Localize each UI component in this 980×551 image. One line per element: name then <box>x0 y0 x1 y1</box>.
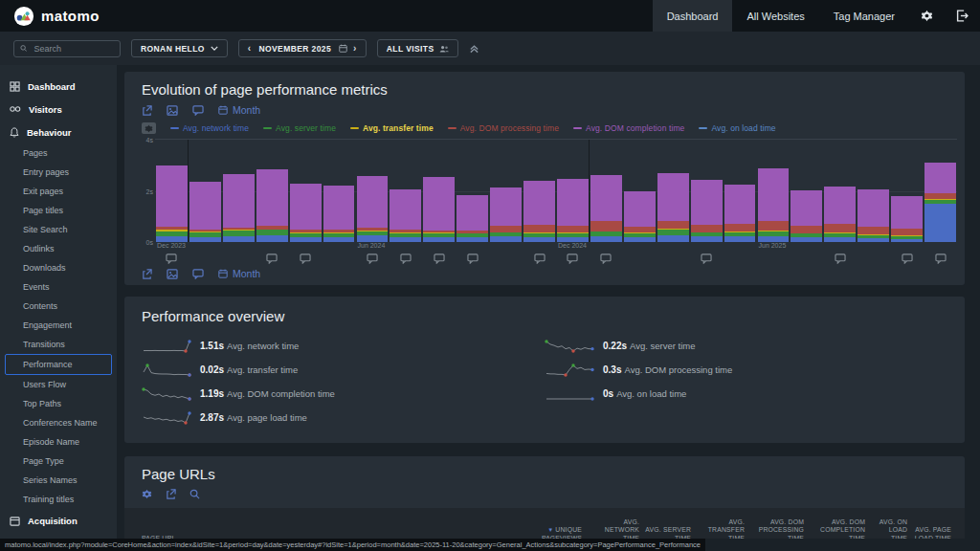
annotation-bubble-icon[interactable] <box>300 253 311 264</box>
sidebar-item-dashboard[interactable]: Dashboard <box>0 75 117 98</box>
chart-bar[interactable] <box>824 187 856 242</box>
legend-item-avg-network-time[interactable]: Avg. network time <box>170 123 249 133</box>
sidebar-item-outlinks[interactable]: Outlinks <box>0 239 117 258</box>
sidebar-item-users-flow[interactable]: Users Flow <box>0 375 117 394</box>
column-header-avg-on-load-time[interactable]: AVG. ON LOAD TIME <box>871 518 907 539</box>
column-header-avg-dom-processing-time[interactable]: AVG. DOM PROCESSING TIME <box>750 518 804 539</box>
annotation-bubble-icon[interactable] <box>567 253 578 264</box>
chart-bar[interactable] <box>223 174 255 242</box>
chart-bar[interactable] <box>657 173 689 242</box>
sidebar-item-acquisition[interactable]: Acquisition <box>0 509 117 532</box>
chart-bar[interactable] <box>256 169 288 242</box>
chart-bar[interactable] <box>858 189 889 242</box>
column-header-avg-transfer-time[interactable]: AVG. TRANSFER TIME <box>697 518 745 539</box>
evolution-chart[interactable]: 0s2s4s <box>155 139 957 242</box>
annotation-bubble-icon[interactable] <box>367 253 378 264</box>
search-input[interactable] <box>32 43 114 55</box>
sidebar-item-behaviour[interactable]: Behaviour <box>0 121 117 143</box>
sidebar-item-downloads[interactable]: Downloads <box>0 258 117 277</box>
sidebar-item-transitions[interactable]: Transitions <box>0 335 117 354</box>
chart-bar[interactable] <box>290 184 322 242</box>
chart-bar[interactable] <box>423 177 455 242</box>
column-header-unique-pageviews[interactable]: ▼UNIQUE PAGEVIEWS <box>519 526 582 539</box>
chart-bar[interactable] <box>891 196 923 242</box>
chart-period-selector[interactable]: Month <box>218 104 260 116</box>
topnav-dashboard[interactable]: Dashboard <box>653 0 733 32</box>
legend-item-avg-transfer-time[interactable]: Avg. transfer time <box>350 123 434 133</box>
chart-bar[interactable] <box>624 191 656 242</box>
topnav-tag-manager[interactable]: Tag Manager <box>819 0 909 32</box>
annotation-bubble-icon[interactable] <box>935 253 947 264</box>
date-range-picker[interactable]: ‹ NOVEMBER 2025 › <box>238 39 367 57</box>
chart-bar[interactable] <box>523 181 555 242</box>
sidebar-item-events[interactable]: Events <box>0 277 117 297</box>
chart-bar[interactable] <box>390 189 421 242</box>
chart-period-selector[interactable]: Month <box>218 268 260 279</box>
collapse-header-icon[interactable] <box>469 43 479 54</box>
matomo-logo[interactable]: matomo <box>13 6 100 27</box>
sidebar-item-engagement[interactable]: Engagement <box>0 316 117 335</box>
sidebar-item-page-titles[interactable]: Page titles <box>0 201 117 220</box>
logout-icon[interactable] <box>945 0 980 32</box>
annotation-bubble-icon[interactable] <box>534 253 546 264</box>
annotation-bubble-icon[interactable] <box>434 253 445 264</box>
sidebar-item-entry-pages[interactable]: Entry pages <box>0 163 117 182</box>
export-icon[interactable] <box>166 489 176 499</box>
sidebar-item-site-search[interactable]: Site Search <box>0 220 117 239</box>
image-export-icon[interactable] <box>167 105 178 116</box>
sidebar-item-contents[interactable]: Contents <box>0 297 117 316</box>
search-icon[interactable] <box>189 489 200 499</box>
annotation-bubble-icon[interactable] <box>400 253 412 264</box>
image-export-icon[interactable] <box>167 269 178 279</box>
site-selector[interactable]: RONAN HELLO <box>131 39 228 57</box>
annotation-bubble-icon[interactable] <box>266 253 278 264</box>
sidebar-item-page-type[interactable]: Page Type <box>0 452 117 471</box>
gear-icon[interactable] <box>142 489 152 499</box>
chart-bar[interactable] <box>724 185 756 242</box>
annotation-bubble-icon[interactable] <box>701 253 712 264</box>
sidebar-item-exit-pages[interactable]: Exit pages <box>0 182 117 201</box>
chart-bar[interactable] <box>323 186 355 242</box>
annotation-icon[interactable] <box>192 269 204 279</box>
segment-selector[interactable]: ALL VISITS <box>377 39 459 57</box>
next-period-icon[interactable]: › <box>353 43 357 54</box>
column-header-avg-page-load-time[interactable]: AVG. PAGE LOAD TIME <box>913 526 951 539</box>
sidebar-item-visitors[interactable]: Visitors <box>0 98 117 121</box>
legend-item-avg-on-load-time[interactable]: Avg. on load time <box>699 123 775 133</box>
annotation-bubble-icon[interactable] <box>166 253 177 264</box>
chart-bar[interactable] <box>490 187 522 242</box>
sidebar-item-pages[interactable]: Pages <box>0 143 117 163</box>
chart-bar[interactable] <box>189 182 221 242</box>
chart-bar[interactable] <box>924 163 956 242</box>
legend-item-avg-dom-processing-time[interactable]: Avg. DOM processing time <box>448 123 559 133</box>
sidebar-item-training-titles[interactable]: Training titles <box>0 490 117 509</box>
admin-gear-icon[interactable] <box>909 0 945 32</box>
export-icon[interactable] <box>142 105 152 116</box>
column-header-avg-server-time[interactable]: AVG. SERVER TIME <box>645 526 691 539</box>
chart-bar[interactable] <box>758 168 790 242</box>
topnav-all-websites[interactable]: All Websites <box>732 0 818 32</box>
chart-bar[interactable] <box>457 195 488 242</box>
legend-item-avg-server-time[interactable]: Avg. server time <box>263 123 336 133</box>
chart-bar[interactable] <box>691 180 723 242</box>
chart-bar[interactable] <box>557 179 589 242</box>
sidebar-item-performance[interactable]: Performance <box>5 354 112 375</box>
chart-bar[interactable] <box>791 190 822 242</box>
search-box[interactable] <box>13 40 121 57</box>
sidebar-item-series-names[interactable]: Series Names <box>0 471 117 490</box>
metric-picker-gear-icon[interactable] <box>142 122 156 134</box>
annotation-icon[interactable] <box>192 105 204 116</box>
export-icon[interactable] <box>142 269 152 279</box>
chart-bar[interactable] <box>590 175 622 242</box>
sidebar-item-top-paths[interactable]: Top Paths <box>0 394 117 413</box>
previous-period-icon[interactable]: ‹ <box>248 43 252 54</box>
legend-item-avg-dom-completion-time[interactable]: Avg. DOM completion time <box>573 123 684 133</box>
annotation-bubble-icon[interactable] <box>835 253 846 264</box>
annotation-bubble-icon[interactable] <box>600 253 612 264</box>
annotation-bubble-icon[interactable] <box>467 253 479 264</box>
annotation-bubble-icon[interactable] <box>902 253 913 264</box>
sidebar-item-conferences-name[interactable]: Conferences Name <box>0 413 117 432</box>
chart-bar[interactable] <box>357 176 389 242</box>
sidebar-item-episode-name[interactable]: Episode Name <box>0 432 117 452</box>
chart-bar[interactable] <box>156 165 188 242</box>
